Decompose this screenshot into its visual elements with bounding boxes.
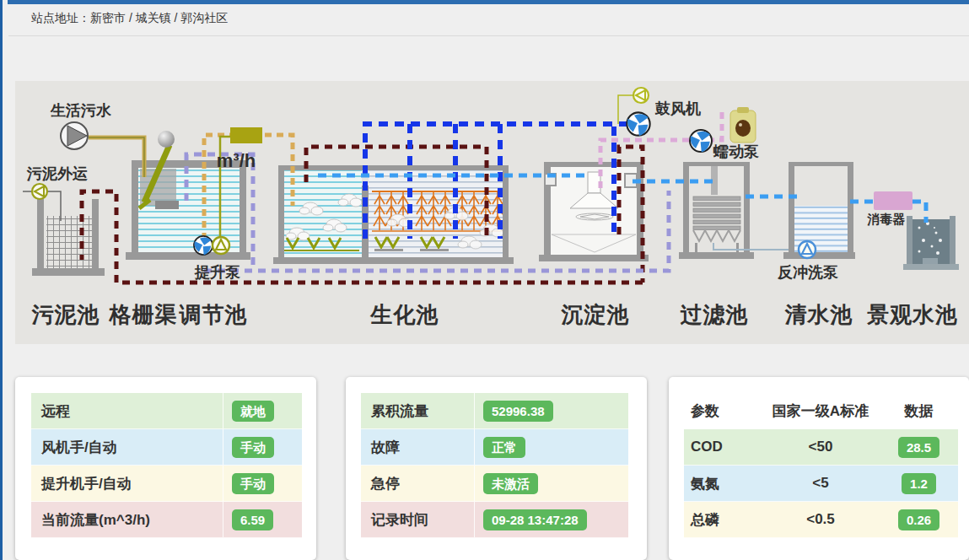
value-badge: 就地 (232, 401, 274, 422)
value-badge: 09-28 13:47:28 (483, 509, 587, 530)
table-row: 故障正常 (361, 429, 628, 466)
disinfector-label: 消毒器 (868, 212, 906, 228)
dashboard-page: 站点地址：新密市 / 城关镇 / 郭沟社区 (0, 0, 969, 560)
value-cell: 6.59 (223, 502, 302, 537)
param-cell: 氨氮 (684, 474, 762, 493)
value-cell: 就地 (223, 393, 302, 428)
value-badge: 未激活 (483, 473, 538, 494)
param-cell: 总磷 (684, 510, 762, 530)
row-label: 当前流量(m^3/h) (31, 510, 223, 530)
table-row: 急停未激活 (361, 466, 628, 502)
value-cell: 28.5 (880, 437, 958, 458)
table-row: 当前流量(m^3/h)6.59 (31, 502, 302, 538)
table-header-row: 参数国家一级A标准数据 (684, 393, 958, 429)
table-row: 累积流量52996.38 (361, 393, 628, 429)
value-cell: 09-28 13:47:28 (474, 502, 628, 537)
lift-pump-label: 提升泵 (195, 262, 240, 283)
value-badge: 手动 (232, 437, 274, 458)
value-cell: 正常 (474, 429, 628, 465)
standard-cell: <50 (762, 439, 880, 455)
table-row: COD<5028.5 (684, 429, 958, 466)
table-row: 风机手/自动手动 (31, 429, 302, 466)
tank-label-cleanwater: 清水池 (785, 300, 853, 330)
table-row: 总磷<0.50.26 (684, 502, 958, 538)
header-divider (8, 35, 969, 36)
row-label: 风机手/自动 (31, 438, 223, 457)
tank-label-grit: 格栅渠 (110, 300, 178, 330)
standard-cell: <5 (762, 475, 880, 492)
flow-status-card: 累积流量52996.38故障正常急停未激活记录时间09-28 13:47:28 (346, 377, 647, 560)
tank-label-landscape: 景观水池 (867, 300, 958, 330)
control-status-table: 远程就地风机手/自动手动提升机手/自动手动当前流量(m^3/h)6.59 (31, 393, 302, 538)
row-label: 提升机手/自动 (31, 474, 223, 493)
peristaltic-pump-label: 蠕动泵 (713, 142, 759, 162)
water-quality-table: 参数国家一级A标准数据COD<5028.5氨氮<51.2总磷<0.50.26 (684, 393, 958, 538)
value-cell: 0.26 (880, 509, 958, 530)
column-header: 数据 (880, 401, 958, 421)
left-accent-bar (0, 0, 3, 560)
sludge-out-label: 污泥外运 (27, 164, 88, 184)
tank-label-filter: 过滤池 (681, 300, 749, 330)
table-row: 氨氮<51.2 (684, 466, 958, 502)
value-badge: 正常 (483, 437, 525, 458)
column-header: 参数 (684, 401, 762, 421)
value-badge: 6.59 (232, 509, 273, 530)
value-badge: 1.2 (902, 473, 936, 494)
row-label: 记录时间 (361, 510, 474, 530)
control-status-card: 远程就地风机手/自动手动提升机手/自动手动当前流量(m^3/h)6.59 (15, 377, 316, 560)
table-row: 远程就地 (31, 393, 302, 429)
row-label: 故障 (361, 438, 474, 457)
value-cell: 手动 (223, 466, 302, 501)
value-badge: 手动 (232, 473, 274, 494)
value-cell: 52996.38 (474, 393, 628, 428)
row-label: 急停 (361, 474, 474, 493)
standard-cell: <0.5 (762, 511, 880, 528)
table-row: 记录时间09-28 13:47:28 (361, 502, 628, 538)
value-badge: 0.26 (898, 509, 939, 530)
param-cell: COD (684, 439, 762, 455)
backwash-pump-label: 反冲洗泵 (778, 262, 838, 283)
top-accent-bar (8, 0, 969, 4)
column-header: 国家一级A标准 (762, 401, 880, 421)
table-row: 提升机手/自动手动 (31, 466, 302, 502)
row-label: 远程 (31, 401, 223, 421)
value-cell: 1.2 (880, 473, 958, 494)
value-cell: 手动 (223, 429, 302, 465)
blower-label: 鼓风机 (655, 99, 701, 119)
flow-unit-label: m³/h (217, 150, 256, 172)
value-cell: 未激活 (474, 466, 628, 501)
tank-label-settling: 沉淀池 (562, 300, 630, 330)
tank-label-regulating: 调节池 (180, 300, 248, 330)
site-address-breadcrumb: 站点地址：新密市 / 城关镇 / 郭沟社区 (31, 11, 228, 26)
tank-label-sludge: 污泥池 (32, 300, 100, 330)
water-quality-card: 参数国家一级A标准数据COD<5028.5氨氮<51.2总磷<0.50.26 (669, 377, 969, 560)
row-label: 累积流量 (361, 401, 474, 421)
inflow-label: 生活污水 (51, 100, 111, 121)
value-badge: 28.5 (898, 437, 939, 458)
value-badge: 52996.38 (483, 401, 553, 422)
tank-label-bio: 生化池 (371, 300, 439, 330)
flow-status-table: 累积流量52996.38故障正常急停未激活记录时间09-28 13:47:28 (361, 393, 628, 538)
